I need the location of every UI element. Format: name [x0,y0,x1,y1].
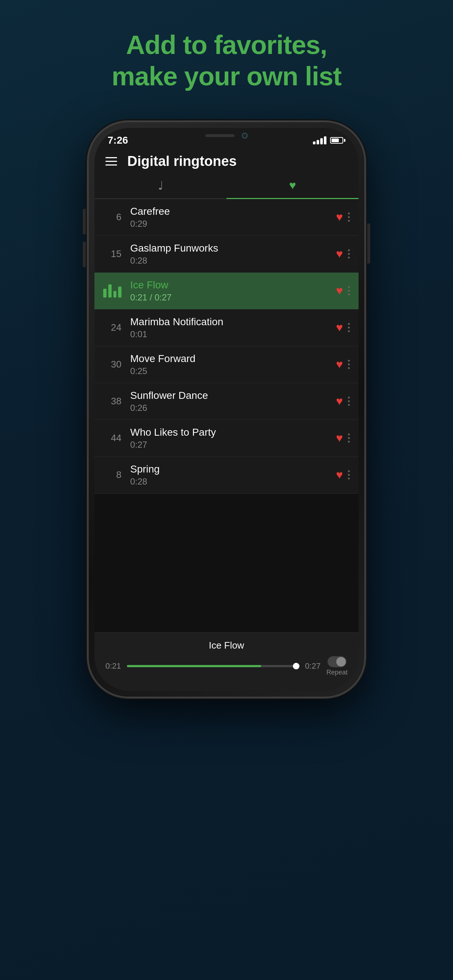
song-number: 38 [103,396,121,407]
repeat-label: Repeat [327,669,348,676]
repeat-toggle-thumb [336,657,346,667]
more-options-button[interactable] [348,470,350,479]
battery-icon [330,137,345,144]
song-info: Marimba Notification 0:01 [130,316,336,339]
hamburger-menu-button[interactable] [105,157,117,165]
front-camera [242,133,248,138]
list-item[interactable]: 8 Spring 0:28 ♥ [94,457,359,494]
song-title: Sunflower Dance [130,390,336,401]
equalizer-icon [103,285,121,298]
song-title: Spring [130,463,336,475]
song-info: Gaslamp Funworks 0:28 [130,242,336,266]
song-duration: 0:28 [130,256,336,266]
status-time: 7:26 [108,135,128,146]
music-note-icon: ♩ [158,179,163,192]
signal-icon [313,136,327,145]
favorite-button[interactable]: ♥ [336,210,343,224]
list-item[interactable]: 15 Gaslamp Funworks 0:28 ♥ [94,236,359,273]
list-item[interactable]: 44 Who Likes to Party 0:27 ♥ [94,420,359,457]
list-item[interactable]: 6 Carefree 0:29 ♥ [94,199,359,236]
phone-mockup: 7:26 [88,121,365,697]
song-list: 6 Carefree 0:29 ♥ 15 Gas [94,199,359,632]
song-title: Who Likes to Party [130,426,336,438]
player-bar: Ice Flow 0:21 0:27 Repeat [94,632,359,691]
speaker [205,134,234,137]
list-item[interactable]: 24 Marimba Notification 0:01 ♥ [94,310,359,346]
song-number: 44 [103,433,121,444]
status-icons [313,136,345,145]
song-duration: 0:29 [130,219,336,229]
song-duration: 0:25 [130,366,336,376]
more-options-button[interactable] [348,433,350,442]
song-info: Who Likes to Party 0:27 [130,426,336,450]
song-actions: ♥ [336,468,350,482]
song-number: 6 [103,212,121,223]
song-number: 15 [103,248,121,259]
song-duration: 0:28 [130,477,336,487]
more-options-button[interactable] [348,213,350,222]
favorite-button[interactable]: ♥ [336,395,343,408]
progress-fill [127,665,261,667]
song-number: 24 [103,322,121,333]
favorite-button[interactable]: ♥ [336,468,343,482]
heart-tab-icon: ♥ [289,179,296,192]
song-title: Move Forward [130,353,336,364]
more-options-button[interactable] [348,323,350,332]
repeat-control: Repeat [327,656,348,676]
song-actions: ♥ [336,284,350,298]
page-title: Digital ringtones [127,153,237,169]
promo-line1: Add to favorites, [112,29,341,60]
power-button[interactable] [367,223,370,264]
phone-screen: 7:26 [94,128,359,691]
song-actions: ♥ [336,321,350,334]
song-actions: ♥ [336,247,350,261]
favorite-button[interactable]: ♥ [336,321,343,334]
song-actions: ♥ [336,358,350,371]
song-actions: ♥ [336,210,350,224]
favorite-button[interactable]: ♥ [336,247,343,261]
song-number: 30 [103,359,121,370]
song-info: Move Forward 0:25 [130,353,336,376]
song-info: Spring 0:28 [130,463,336,487]
song-title: Marimba Notification [130,316,336,328]
song-duration: 0:01 [130,329,336,339]
song-info: Sunflower Dance 0:26 [130,390,336,413]
more-options-button[interactable] [348,286,350,295]
tab-favorites[interactable]: ♥ [226,173,359,198]
song-title: Carefree [130,205,336,217]
more-options-button[interactable] [348,397,350,406]
list-item[interactable]: 30 Move Forward 0:25 ♥ [94,346,359,383]
app-header: Digital ringtones [94,150,359,173]
song-info: Ice Flow 0:21 / 0:27 [130,279,336,302]
empty-space [94,494,359,632]
favorite-button[interactable]: ♥ [336,358,343,371]
more-options-button[interactable] [348,250,350,258]
list-item[interactable]: 38 Sunflower Dance 0:26 ♥ [94,383,359,420]
vol-up-button[interactable] [83,209,86,234]
notch [187,128,266,143]
promo-line2: make your own list [112,60,341,92]
song-actions: ♥ [336,431,350,445]
player-controls: 0:21 0:27 Repeat [105,656,348,676]
list-item-active[interactable]: Ice Flow 0:21 / 0:27 ♥ [94,273,359,310]
tab-all[interactable]: ♩ [94,173,226,198]
progress-bar[interactable] [127,665,299,667]
song-duration: 0:21 / 0:27 [130,293,336,302]
tab-bar: ♩ ♥ [94,173,359,199]
song-title: Gaslamp Funworks [130,242,336,254]
song-duration: 0:26 [130,403,336,413]
song-title: Ice Flow [130,279,336,291]
repeat-toggle[interactable] [327,656,346,667]
player-time-end: 0:27 [305,661,321,671]
favorite-button[interactable]: ♥ [336,431,343,445]
player-time-start: 0:21 [105,661,121,671]
more-options-button[interactable] [348,360,350,369]
song-actions: ♥ [336,395,350,408]
song-number: 8 [103,469,121,480]
promo-header: Add to favorites, make your own list [83,29,370,92]
vol-down-button[interactable] [83,242,86,267]
favorite-button[interactable]: ♥ [336,284,343,298]
song-duration: 0:27 [130,440,336,450]
progress-thumb[interactable] [293,663,300,670]
player-track-name: Ice Flow [105,640,348,651]
